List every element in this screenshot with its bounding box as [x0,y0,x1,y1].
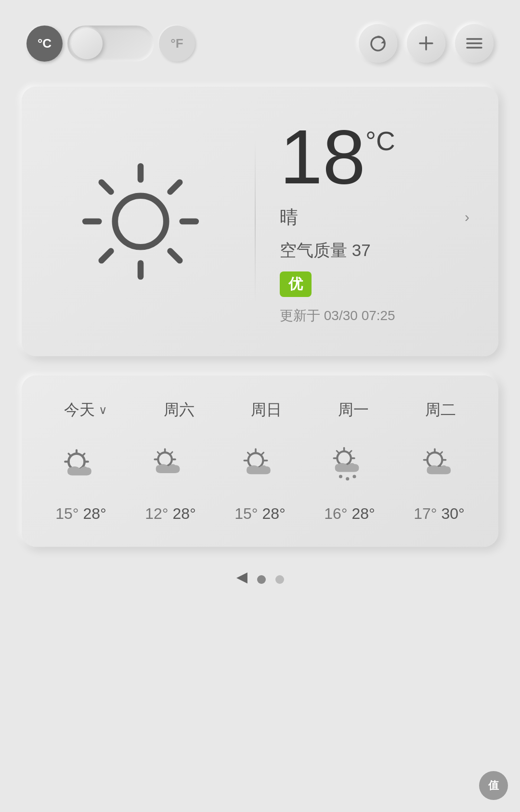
svg-line-55 [427,452,429,454]
svg-line-11 [170,251,180,261]
tue-high: 30° [441,505,464,522]
card-divider [255,140,256,303]
forecast-days-row: 今天 ∨ 周六 周日 周一 周二 [36,400,484,421]
unit-toggle-group: °C °F [26,26,195,62]
day-sun-label: 周日 [251,400,282,421]
temperature-value: 18 [280,118,365,195]
sat-low: 12° [145,505,168,522]
menu-icon [466,37,482,50]
svg-line-12 [170,182,180,192]
forecast-card: 今天 ∨ 周六 周日 周一 周二 [22,375,498,547]
svg-line-22 [82,454,84,456]
forecast-day-today[interactable]: 今天 ∨ [64,400,107,421]
top-right-buttons [359,24,494,63]
update-time-text: 更新于 03/30 07:25 [280,307,479,325]
air-quality-text: 空气质量 37 [280,239,479,262]
forecast-icon-tue [416,440,462,486]
svg-line-46 [349,451,351,453]
forecast-temps-row: 15° 28° 12° 28° 15° 28° 16° 28° 17° 30° [36,505,484,523]
svg-point-47 [338,475,342,478]
day-today-label: 今天 [64,400,95,421]
top-bar: °C °F [0,0,520,77]
menu-button[interactable] [455,24,494,63]
svg-line-28 [157,452,160,454]
watermark: 值 [479,771,508,800]
fahrenheit-label: °F [170,36,183,51]
temperature-unit: °C [365,128,395,155]
sun-icon-area [41,154,240,289]
forecast-icon-mon [327,440,373,486]
celsius-label: °C [38,36,52,51]
svg-point-48 [346,477,349,480]
forecast-day-sat[interactable]: 周六 [164,400,195,421]
forecast-icon-sun [237,440,283,486]
air-quality-badge: 优 [280,271,312,297]
svg-line-13 [102,251,111,261]
sat-high: 28° [172,505,195,522]
svg-line-30 [170,452,172,454]
fahrenheit-button[interactable]: °F [159,26,195,62]
condition-row[interactable]: 晴 › [280,205,479,230]
today-high: 28° [83,505,106,522]
svg-line-57 [440,452,442,454]
celsius-button[interactable]: °C [26,26,63,62]
forecast-day-sun[interactable]: 周日 [251,400,282,421]
temp-range-today: 15° 28° [55,505,106,523]
chevron-down-icon: ∨ [99,403,107,417]
svg-line-20 [68,454,71,456]
svg-line-10 [102,182,111,192]
tue-low: 17° [414,505,437,522]
forecast-day-tue[interactable]: 周二 [425,400,456,421]
nav-dot-2[interactable] [275,575,284,584]
temperature-display: 18 °C [280,118,479,195]
add-button[interactable] [407,24,445,63]
refresh-icon [369,35,387,52]
temp-range-sat: 12° 28° [145,505,196,523]
sun-high: 28° [262,505,285,522]
nav-dot-1[interactable] [257,575,266,584]
toggle-thumb [71,28,103,59]
location-icon[interactable]: ▶ [236,571,247,588]
day-sat-label: 周六 [164,400,195,421]
day-mon-label: 周一 [338,400,369,421]
watermark-text: 值 [488,778,499,793]
weather-card: 18 °C 晴 › 空气质量 37 优 更新于 03/30 07:25 [22,87,498,356]
mon-high: 28° [351,505,375,522]
svg-line-44 [337,451,339,453]
forecast-day-mon[interactable]: 周一 [338,400,369,421]
temperature-toggle-track[interactable] [67,26,154,62]
today-low: 15° [55,505,78,522]
svg-line-36 [247,452,250,455]
chevron-right-icon: › [465,209,469,225]
temp-range-mon: 16° 28° [324,505,375,523]
bottom-bar: ▶ [0,571,520,588]
svg-point-14 [115,196,166,247]
condition-text: 晴 [280,205,298,230]
temp-range-sun: 15° 28° [234,505,286,523]
add-icon [418,35,434,52]
svg-line-38 [261,452,263,455]
sun-low: 15° [234,505,258,522]
weather-info: 18 °C 晴 › 空气质量 37 优 更新于 03/30 07:25 [270,118,479,325]
forecast-icon-today [58,440,104,486]
day-tue-label: 周二 [425,400,456,421]
forecast-icon-sat [148,440,194,486]
temp-range-tue: 17° 30° [414,505,465,523]
refresh-button[interactable] [359,24,397,63]
air-badge-wrapper: 优 [280,271,479,297]
mon-low: 16° [324,505,347,522]
forecast-icons-row [36,440,484,486]
sun-icon [73,154,208,289]
svg-point-49 [352,475,356,478]
